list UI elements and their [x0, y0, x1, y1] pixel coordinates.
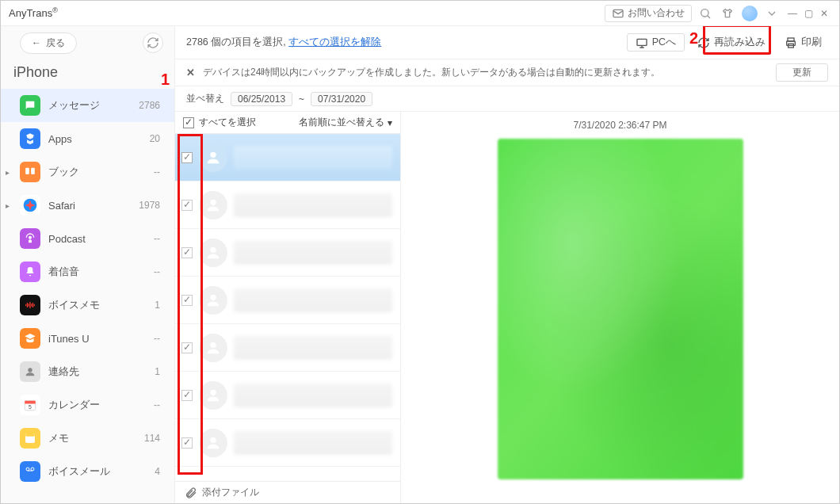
sidebar-item-itunesu[interactable]: iTunes U-- — [1, 322, 174, 355]
print-button[interactable]: 印刷 — [778, 32, 828, 52]
sidebar-item-label: カレンダー — [48, 398, 154, 412]
sidebar-item-calendar[interactable]: 5カレンダー-- — [1, 388, 174, 422]
reload-label: 再読み込み — [714, 36, 766, 49]
message-preview-blur — [234, 288, 392, 312]
message-preview-blur — [234, 384, 392, 407]
print-label: 印刷 — [801, 36, 822, 49]
attachments-row[interactable]: 添付ファイル — [175, 481, 400, 503]
notes-icon — [20, 428, 40, 449]
mail-icon — [612, 7, 624, 20]
callout-number-1: 1 — [161, 71, 170, 89]
svg-point-24 — [210, 437, 216, 442]
sidebar-item-voicememo[interactable]: ボイスメモ1 — [1, 288, 174, 322]
sidebar-item-count: 2786 — [139, 100, 160, 111]
sidebar-item-notes[interactable]: メモ114 — [1, 422, 174, 455]
contact-avatar — [199, 381, 227, 410]
sidebar-item-message[interactable]: メッセージ2786 — [1, 89, 174, 122]
row-checkbox[interactable] — [181, 342, 193, 353]
user-avatar[interactable] — [741, 5, 758, 22]
sidebar-item-safari[interactable]: ▸Safari1978 — [1, 189, 174, 222]
message-row[interactable] — [175, 181, 400, 229]
message-row[interactable] — [175, 419, 400, 467]
sidebar-item-count: -- — [154, 233, 160, 244]
message-row[interactable] — [175, 134, 400, 181]
message-row[interactable] — [175, 324, 400, 372]
arrow-left-icon: ← — [32, 37, 41, 48]
chevron-down-icon[interactable] — [763, 5, 781, 22]
safari-icon — [20, 195, 40, 216]
select-all-checkbox[interactable] — [183, 117, 194, 128]
window-close[interactable]: ✕ — [817, 8, 831, 19]
attachments-label: 添付ファイル — [202, 486, 259, 499]
device-title: iPhone — [1, 59, 174, 89]
sidebar-item-label: iTunes U — [48, 333, 154, 345]
voicememo-icon — [20, 295, 40, 315]
update-button[interactable]: 更新 — [776, 63, 828, 82]
message-row[interactable] — [175, 277, 400, 324]
sidebar-item-book[interactable]: ▸ブック-- — [1, 155, 174, 189]
date-to-input[interactable]: 07/31/2020 — [311, 92, 372, 106]
reload-button[interactable]: 再読み込み — [691, 32, 772, 52]
podcast-icon — [20, 228, 40, 249]
sort-by-name-dropdown[interactable]: 名前順に並べ替える ▾ — [299, 116, 392, 129]
export-to-pc-button[interactable]: PCへ — [627, 33, 685, 52]
sidebar-item-bell[interactable]: 着信音-- — [1, 255, 174, 288]
preview-image — [498, 139, 743, 479]
contact-avatar — [199, 334, 227, 362]
window-maximize[interactable]: ▢ — [801, 8, 815, 19]
sidebar-item-contacts[interactable]: 連絡先1 — [1, 355, 174, 388]
svg-rect-14 — [637, 39, 647, 45]
sidebar-item-label: 着信音 — [48, 265, 154, 279]
itunesu-icon — [20, 328, 40, 349]
svg-point-18 — [210, 151, 216, 157]
selection-count-text: 2786 個の項目を選択, すべての選択を解除 — [186, 36, 381, 49]
sidebar-item-label: ボイスメモ — [48, 298, 155, 312]
sidebar-item-label: メッセージ — [48, 98, 139, 113]
sidebar-item-count: -- — [154, 333, 160, 344]
attachment-icon — [185, 487, 197, 499]
deselect-all-link[interactable]: すべての選択を解除 — [288, 36, 381, 48]
svg-text:5: 5 — [29, 404, 32, 410]
notice-text: デバイスは24時間以内にバックアップを作成しました。新しいデータがある場合は自動… — [203, 66, 660, 79]
sidebar-refresh-button[interactable] — [143, 32, 163, 53]
refresh-icon — [697, 36, 710, 49]
window-minimize[interactable]: — — [785, 8, 800, 19]
back-label: 戻る — [46, 36, 65, 50]
sidebar-item-count: 20 — [150, 133, 160, 144]
back-button[interactable]: ← 戻る — [20, 32, 77, 54]
contacts-icon — [20, 361, 40, 382]
svg-point-22 — [210, 342, 216, 347]
row-checkbox[interactable] — [181, 152, 193, 163]
row-checkbox[interactable] — [181, 295, 193, 306]
sidebar-item-voicemail[interactable]: ボイスメール4 — [1, 455, 174, 488]
message-row[interactable] — [175, 229, 400, 277]
date-from-input[interactable]: 06/25/2013 — [231, 92, 292, 106]
contact-avatar — [199, 239, 227, 267]
svg-point-6 — [28, 368, 32, 372]
sidebar-item-count: 1 — [155, 300, 160, 311]
row-checkbox[interactable] — [181, 247, 193, 258]
sidebar-item-count: -- — [154, 399, 160, 410]
svg-rect-2 — [25, 168, 29, 174]
row-checkbox[interactable] — [181, 200, 193, 211]
chevron-down-icon: ▾ — [388, 117, 392, 128]
contact-avatar — [199, 429, 227, 457]
svg-point-1 — [701, 9, 708, 16]
sidebar-item-podcast[interactable]: Podcast-- — [1, 222, 174, 255]
message-row[interactable] — [175, 372, 400, 419]
contact-button[interactable]: お問い合わせ — [605, 5, 692, 22]
sidebar-item-apps[interactable]: Apps20 — [1, 122, 174, 155]
row-checkbox[interactable] — [181, 437, 193, 449]
sort-label: 並べ替え — [186, 92, 224, 105]
print-icon — [785, 36, 797, 49]
message-preview-blur — [234, 193, 392, 217]
tshirt-icon[interactable] — [719, 5, 736, 22]
close-notice-button[interactable]: ✕ — [186, 67, 195, 78]
search-icon[interactable] — [697, 5, 714, 22]
voicemail-icon — [20, 461, 40, 482]
message-preview-blur — [234, 146, 392, 170]
sidebar-item-label: メモ — [48, 431, 144, 445]
row-checkbox[interactable] — [181, 390, 193, 401]
refresh-icon — [147, 36, 159, 49]
sidebar-item-count: -- — [154, 266, 160, 277]
